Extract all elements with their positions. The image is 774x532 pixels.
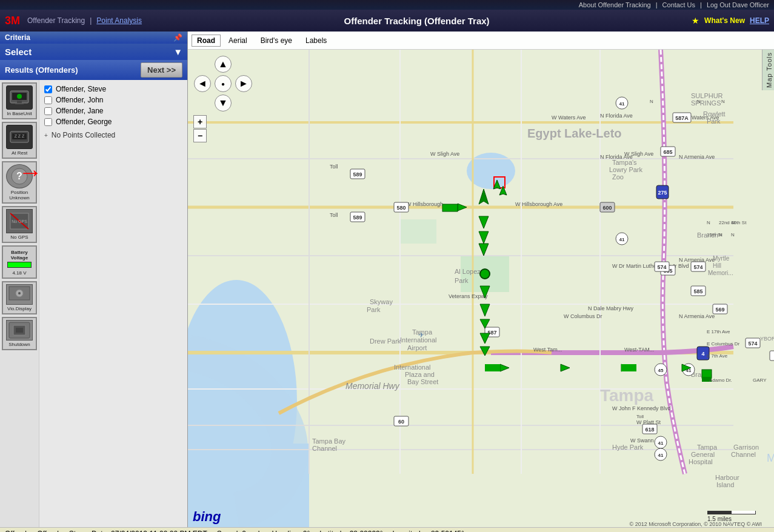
shutdown-icon[interactable]: Shutdown [2,317,37,350]
map-tools-panel[interactable]: Map Tools [762,50,774,90]
svg-text:N Armenia Ave: N Armenia Ave [679,154,715,160]
info-offender: Offender: Offender, St... [5,530,82,532]
map-area[interactable]: Road Aerial Bird's eye Labels [188,32,774,527]
battery-voltage-icon[interactable]: BatteryVoltage 4.18 V [2,245,37,279]
zoom-in-button[interactable]: + [193,115,207,128]
svg-text:W John F Kennedy Blvd: W John F Kennedy Blvd [612,405,671,411]
svg-text:West Tam...: West Tam... [533,347,562,353]
expand-icon[interactable]: + [44,132,48,139]
map-tab-road[interactable]: Road [192,35,221,47]
svg-text:41: 41 [619,101,625,107]
sidebar: Criteria 📌 Select ▼ Results (Offenders) … [0,32,188,527]
criteria-label: Criteria [5,33,30,42]
svg-point-148 [480,269,490,279]
offender-checkbox-john[interactable] [44,96,52,104]
svg-text:?: ? [16,171,22,181]
icons-column: In BaseUnit Z Z Z At Rest [0,80,39,527]
svg-text:589: 589 [353,214,362,221]
svg-rect-155 [485,364,500,371]
bing-logo: bing [193,509,221,525]
svg-text:N Florida Ave: N Florida Ave [600,154,633,160]
svg-text:Channel: Channel [731,451,756,458]
offender-list: Offender, Steve Offender, John Offender,… [39,80,187,144]
svg-text:N Dale Mabry Hwy: N Dale Mabry Hwy [588,305,634,311]
svg-text:Veterans Expwy: Veterans Expwy [449,293,488,299]
offender-checkbox-jane[interactable] [44,107,52,115]
svg-text:Memori...: Memori... [708,270,733,276]
svg-text:West-TAM...: West-TAM... [624,347,654,353]
pan-left-button[interactable]: ◄ [194,75,211,92]
svg-text:Adamo Dr.: Adamo Dr. [709,377,732,383]
svg-text:41: 41 [619,237,625,242]
svg-text:Harbour: Harbour [715,474,739,481]
svg-text:4: 4 [701,351,704,357]
svg-text:Island: Island [716,481,734,488]
pan-center-button[interactable]: ● [215,75,232,92]
svg-text:580: 580 [396,205,405,211]
next-button[interactable]: Next >> [141,62,182,78]
svg-text:N Florida Ave: N Florida Ave [600,113,633,119]
svg-text:Park: Park [707,118,721,125]
map-tab-birds-eye[interactable]: Bird's eye [255,35,298,47]
position-unknown-icon[interactable]: ? Position Unknown [2,161,37,204]
logout-link[interactable]: Log Out Dave Officer [707,1,769,8]
svg-text:Tampa: Tampa [697,444,718,451]
whats-new-link[interactable]: What's New [704,16,745,25]
logo: 3M [5,15,20,27]
svg-text:N: N [719,232,722,238]
svg-text:Plaza and: Plaza and [405,371,435,378]
svg-text:Myrtle: Myrtle [713,255,730,262]
at-rest-icon[interactable]: Z Z Z At Rest [2,122,37,159]
vio-display-icon[interactable]: Vio.Display [2,281,37,314]
map-display[interactable]: W Waters Ave W Waters Ave W Sligh Ave W … [188,50,774,527]
svg-text:No GPS: No GPS [12,219,27,224]
info-latitude: Latitude: 28.00222° [319,530,382,532]
results-bar: Results (Offenders) Next >> [0,60,187,80]
svg-rect-144 [442,204,458,211]
svg-text:Al Lopez: Al Lopez [455,268,481,275]
offender-checkbox-steve[interactable] [44,85,52,93]
info-speed: Speed: 0 mph [217,530,262,532]
help-link[interactable]: HELP [750,16,769,25]
svg-text:60: 60 [398,419,404,425]
svg-text:587A: 587A [675,115,689,121]
select-dropdown-icon: ▼ [173,47,182,57]
svg-point-2 [17,94,22,99]
contact-link[interactable]: Contact Us [662,1,695,8]
svg-text:Hyde Park: Hyde Park [612,444,644,451]
zoom-out-button[interactable]: − [193,129,207,142]
pan-right-button[interactable]: ► [235,75,252,92]
svg-text:W Hillsborough: W Hillsborough [406,201,443,207]
map-tab-labels[interactable]: Labels [300,35,332,47]
svg-text:Drew Park: Drew Park [370,337,401,345]
svg-text:N: N [721,99,725,104]
svg-text:N: N [697,99,701,104]
map-toolbar: Road Aerial Bird's eye Labels [188,32,774,50]
svg-text:E Columbus Dr: E Columbus Dr [707,341,740,347]
nav-links: Offender Tracking | Point Analysis [27,16,142,25]
offender-item: Offender, Steve [44,84,182,95]
offender-item: Offender, George [44,116,182,127]
no-gps-icon[interactable]: No GPS No GPS [2,206,37,243]
svg-text:574: 574 [693,264,702,270]
in-base-unit-icon[interactable]: In BaseUnit [2,82,37,119]
app-title: Offender Tracking (Offender Trax) [142,16,692,26]
point-analysis-link[interactable]: Point Analysis [96,16,142,25]
offender-checkbox-george[interactable] [44,118,52,126]
svg-text:Toll: Toll [636,414,644,419]
info-date: Date: 07/24/2012 11:00:00 PM EDT [92,530,207,532]
svg-text:Zoo: Zoo [612,173,624,181]
select-label: Select [5,47,32,57]
svg-rect-115 [770,351,774,361]
offender-name-george: Offender, George [56,118,112,126]
svg-text:Park: Park [455,277,469,284]
svg-text:N: N [731,232,735,238]
offender-tracking-link[interactable]: Offender Tracking [27,16,85,25]
pan-up-button[interactable]: ▲ [215,56,232,73]
map-tab-aerial[interactable]: Aerial [223,35,253,47]
svg-text:SPRINGS: SPRINGS [691,99,721,107]
select-bar[interactable]: Select ▼ [0,44,187,60]
pan-down-button[interactable]: ▼ [215,95,232,111]
about-link[interactable]: About Offender Tracking [579,1,651,8]
svg-text:Hospital: Hospital [689,458,713,465]
